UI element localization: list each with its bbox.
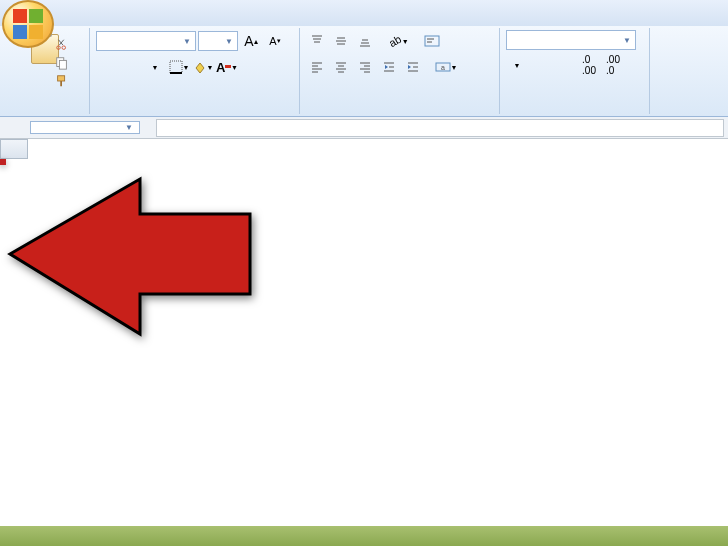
alignment-group: ab▼ a▼	[300, 28, 500, 114]
font-color-button[interactable]: A▼	[216, 56, 238, 78]
align-left-button[interactable]	[306, 56, 328, 78]
format-painter-icon[interactable]	[54, 74, 70, 88]
ribbon-area: ▼ ▼ A▴ A▾ ▼ ▼ ▼ A▼	[0, 0, 728, 117]
footer-bar	[0, 526, 728, 546]
svg-point-0	[57, 46, 61, 50]
increase-decimal-button[interactable]: .0.00	[578, 54, 600, 76]
ribbon: ▼ ▼ A▴ A▾ ▼ ▼ ▼ A▼	[0, 26, 728, 116]
align-center-button[interactable]	[330, 56, 352, 78]
percent-button[interactable]	[530, 54, 552, 76]
align-top-button[interactable]	[306, 30, 328, 52]
formula-bar[interactable]	[156, 119, 724, 137]
office-button[interactable]	[2, 0, 54, 48]
currency-button[interactable]: ▼	[506, 54, 528, 76]
chevron-down-icon: ▼	[183, 37, 191, 46]
font-group-label	[96, 110, 293, 112]
decrease-decimal-button[interactable]: .00.0	[602, 54, 624, 76]
chevron-down-icon: ▼	[225, 37, 233, 46]
office-logo-icon	[13, 9, 43, 39]
font-name-combo[interactable]: ▼	[96, 31, 196, 51]
pointer-arrow-annotation	[0, 159, 260, 359]
underline-button[interactable]: ▼	[144, 56, 166, 78]
name-box[interactable]: ▼	[30, 121, 140, 134]
select-all-corner[interactable]	[0, 139, 28, 159]
formula-bar-row: ▼	[0, 117, 728, 139]
fill-color-button[interactable]: ▼	[192, 56, 214, 78]
decrease-indent-button[interactable]	[378, 56, 400, 78]
increase-indent-button[interactable]	[402, 56, 424, 78]
orientation-button[interactable]: ab▼	[388, 30, 410, 52]
svg-rect-4	[58, 76, 65, 81]
merge-center-button[interactable]: a▼	[426, 56, 466, 78]
svg-rect-6	[170, 61, 182, 73]
bold-button[interactable]	[96, 56, 118, 78]
number-group: ▼ ▼ .0.00 .00.0	[500, 28, 650, 114]
number-label	[506, 110, 643, 112]
align-right-button[interactable]	[354, 56, 376, 78]
number-format-combo[interactable]: ▼	[506, 30, 636, 50]
border-button[interactable]: ▼	[168, 56, 190, 78]
clipboard-label	[6, 110, 83, 112]
svg-rect-5	[60, 81, 62, 86]
svg-point-1	[62, 46, 66, 50]
comma-button[interactable]	[554, 54, 576, 76]
alignment-label	[306, 110, 493, 112]
chevron-down-icon: ▼	[125, 123, 133, 132]
font-size-combo[interactable]: ▼	[198, 31, 238, 51]
svg-rect-17	[425, 36, 439, 46]
align-bottom-button[interactable]	[354, 30, 376, 52]
align-middle-button[interactable]	[330, 30, 352, 52]
worksheet	[0, 139, 728, 159]
cut-icon[interactable]	[54, 38, 70, 52]
font-group: ▼ ▼ A▴ A▾ ▼ ▼ ▼ A▼	[90, 28, 300, 114]
italic-button[interactable]	[120, 56, 142, 78]
copy-icon[interactable]	[54, 56, 70, 70]
shrink-font-button[interactable]: A▾	[264, 30, 286, 52]
chevron-down-icon: ▼	[623, 36, 631, 45]
svg-rect-3	[59, 60, 66, 69]
column-headers	[0, 139, 728, 159]
svg-text:a: a	[441, 64, 445, 71]
grow-font-button[interactable]: A▴	[240, 30, 262, 52]
selection-highlight	[0, 159, 6, 165]
ribbon-tabs	[0, 0, 728, 26]
wrap-text-button[interactable]	[412, 30, 452, 52]
